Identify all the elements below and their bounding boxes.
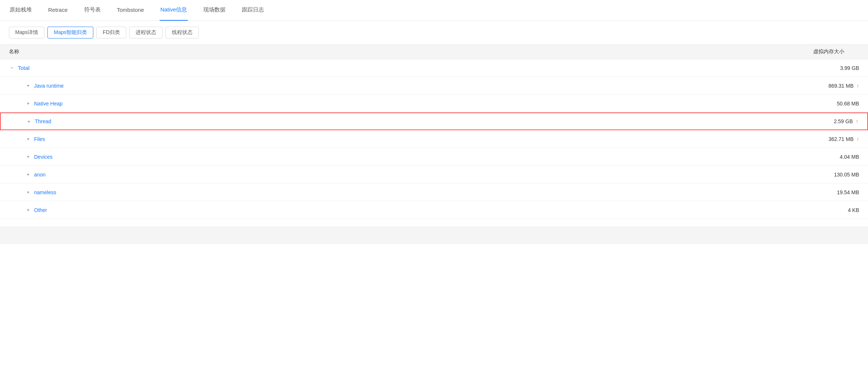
- row-name-files[interactable]: Files: [34, 136, 45, 142]
- arrow-up-icon-files: ↑: [857, 136, 859, 142]
- table-header: 名称 虚拟内存大小: [0, 44, 868, 59]
- expand-icon-total[interactable]: −: [9, 65, 15, 71]
- table-row-java-runtime[interactable]: +Java runtime869.31 MB↑: [0, 77, 868, 95]
- row-name-anon[interactable]: anon: [34, 172, 46, 178]
- expand-icon-anon[interactable]: +: [25, 172, 31, 177]
- column-header-size: 虚拟内存大小: [813, 48, 844, 55]
- top-tab-raw-stack[interactable]: 原始栈堆: [9, 0, 33, 21]
- sub-tab-maps-smart[interactable]: Maps智能归类: [47, 27, 93, 38]
- row-right-thread: 2.59 GB↑: [816, 118, 858, 124]
- expand-icon-files[interactable]: +: [25, 136, 31, 142]
- sub-tab-process-state[interactable]: 进程状态: [129, 27, 163, 38]
- row-size-devices: 4.04 MB: [822, 154, 859, 160]
- table-rows: −Total3.99 GB+Java runtime869.31 MB↑+Nat…: [0, 59, 868, 219]
- table-container: 名称 虚拟内存大小 −Total3.99 GB+Java runtime869.…: [0, 44, 868, 219]
- row-name-thread[interactable]: Thread: [35, 118, 51, 124]
- row-name-nameless[interactable]: nameless: [34, 189, 56, 195]
- row-size-thread: 2.59 GB: [816, 118, 853, 124]
- sub-tabs: Maps详情Maps智能归类FD归类进程状态线程状态: [0, 21, 868, 44]
- row-size-total: 3.99 GB: [822, 65, 859, 71]
- table-row-nameless[interactable]: +nameless19.54 MB: [0, 183, 868, 201]
- row-size-nameless: 19.54 MB: [822, 189, 859, 195]
- row-name-native-heap[interactable]: Native Heap: [34, 101, 63, 107]
- row-right-native-heap: 50.68 MB: [822, 101, 859, 107]
- expand-icon-native-heap[interactable]: +: [25, 101, 31, 106]
- top-tab-tombstone[interactable]: Tombstone: [116, 0, 145, 21]
- row-right-devices: 4.04 MB: [822, 154, 859, 160]
- row-left-native-heap: +Native Heap: [9, 101, 63, 107]
- expand-icon-devices[interactable]: +: [25, 154, 31, 159]
- row-left-thread: +Thread: [10, 118, 51, 124]
- table-row-other[interactable]: +Other4 KB: [0, 201, 868, 219]
- sub-tab-thread-state[interactable]: 线程状态: [166, 27, 199, 38]
- row-left-java-runtime: +Java runtime: [9, 83, 64, 89]
- row-left-nameless: +nameless: [9, 189, 56, 195]
- row-name-devices[interactable]: Devices: [34, 154, 53, 160]
- table-row-thread[interactable]: +Thread2.59 GB↑: [0, 112, 868, 130]
- bottom-bar: [0, 226, 868, 244]
- row-size-other: 4 KB: [822, 207, 859, 213]
- row-left-anon: +anon: [9, 172, 46, 178]
- row-right-total: 3.99 GB: [822, 65, 859, 71]
- row-left-other: +Other: [9, 207, 47, 213]
- row-left-files: +Files: [9, 136, 45, 142]
- table-row-anon[interactable]: +anon130.05 MB: [0, 166, 868, 183]
- table-row-total[interactable]: −Total3.99 GB: [0, 59, 868, 77]
- row-right-anon: 130.05 MB: [822, 172, 859, 178]
- column-header-name: 名称: [9, 48, 19, 55]
- top-tab-trace-log[interactable]: 跟踪日志: [241, 0, 265, 21]
- row-right-files: 362.71 MB↑: [817, 136, 859, 142]
- row-right-other: 4 KB: [822, 207, 859, 213]
- top-tab-native-info[interactable]: Native信息: [160, 0, 188, 21]
- row-name-java-runtime[interactable]: Java runtime: [34, 83, 64, 89]
- sub-tab-maps-detail[interactable]: Maps详情: [9, 27, 44, 38]
- row-left-total: −Total: [9, 65, 30, 71]
- table-row-files[interactable]: +Files362.71 MB↑: [0, 130, 868, 148]
- expand-icon-other[interactable]: +: [25, 207, 31, 213]
- top-tab-live-data[interactable]: 现场数据: [203, 0, 226, 21]
- row-left-devices: +Devices: [9, 154, 53, 160]
- row-size-java-runtime: 869.31 MB: [817, 83, 854, 89]
- row-right-java-runtime: 869.31 MB↑: [817, 83, 859, 89]
- expand-icon-nameless[interactable]: +: [25, 189, 31, 195]
- top-tab-symbol-table[interactable]: 符号表: [83, 0, 101, 21]
- arrow-up-icon-java-runtime: ↑: [857, 83, 859, 89]
- sub-tab-fd-classify[interactable]: FD归类: [96, 27, 126, 38]
- expand-icon-thread[interactable]: +: [26, 119, 32, 124]
- top-tabs: 原始栈堆Retrace符号表TombstoneNative信息现场数据跟踪日志: [0, 0, 868, 21]
- expand-icon-java-runtime[interactable]: +: [25, 83, 31, 88]
- row-name-total[interactable]: Total: [18, 65, 30, 71]
- top-tab-retrace[interactable]: Retrace: [47, 0, 69, 21]
- arrow-up-icon-thread: ↑: [856, 118, 858, 124]
- table-row-devices[interactable]: +Devices4.04 MB: [0, 148, 868, 166]
- row-size-anon: 130.05 MB: [822, 172, 859, 178]
- table-row-native-heap[interactable]: +Native Heap50.68 MB: [0, 95, 868, 112]
- row-size-native-heap: 50.68 MB: [822, 101, 859, 107]
- row-right-nameless: 19.54 MB: [822, 189, 859, 195]
- row-size-files: 362.71 MB: [817, 136, 854, 142]
- row-name-other[interactable]: Other: [34, 207, 47, 213]
